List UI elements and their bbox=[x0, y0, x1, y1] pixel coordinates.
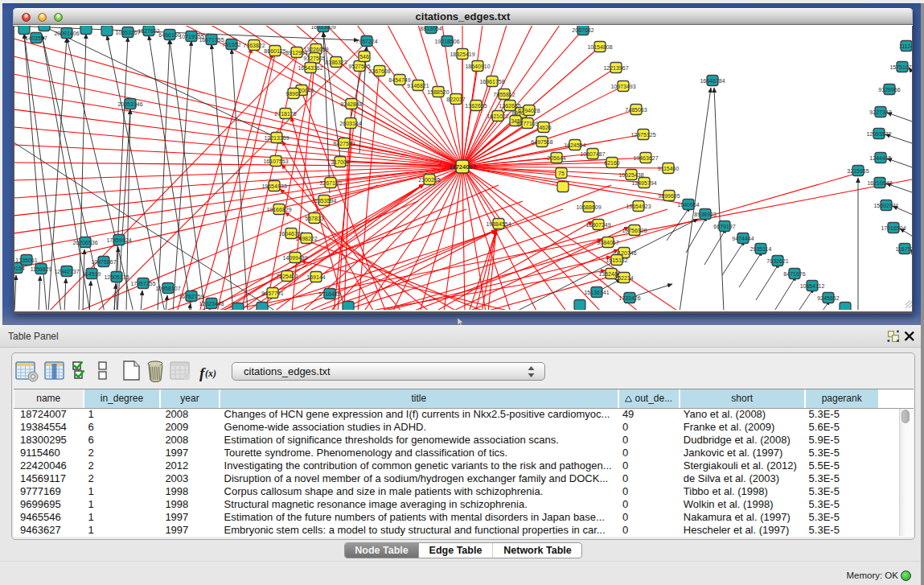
svg-text:16210643: 16210643 bbox=[867, 180, 892, 186]
svg-text:9245652: 9245652 bbox=[817, 295, 839, 301]
svg-text:17016504: 17016504 bbox=[881, 225, 906, 231]
svg-text:1624554: 1624554 bbox=[564, 142, 585, 148]
svg-text:13495794: 13495794 bbox=[631, 180, 656, 186]
svg-text:1733426: 1733426 bbox=[618, 295, 640, 301]
svg-text:10973493: 10973493 bbox=[610, 84, 635, 89]
svg-text:9327505: 9327505 bbox=[303, 56, 325, 61]
svg-text:18724007: 18724007 bbox=[449, 163, 475, 171]
svg-text:75: 75 bbox=[558, 171, 565, 176]
svg-text:10807487: 10807487 bbox=[580, 151, 605, 157]
svg-text:5716485: 5716485 bbox=[318, 291, 340, 297]
svg-text:7957224: 7957224 bbox=[355, 39, 377, 44]
svg-text:18807249: 18807249 bbox=[585, 222, 610, 228]
svg-text:19654923: 19654923 bbox=[626, 204, 651, 209]
svg-text:2718176: 2718176 bbox=[274, 111, 296, 117]
svg-text:9146821: 9146821 bbox=[407, 83, 429, 89]
svg-text:751552: 751552 bbox=[222, 42, 240, 47]
svg-text:6679197: 6679197 bbox=[713, 224, 735, 229]
svg-text:98967: 98967 bbox=[285, 91, 302, 97]
svg-text:20206536: 20206536 bbox=[72, 240, 97, 245]
svg-text:6794028: 6794028 bbox=[518, 108, 540, 113]
svg-text:10688609: 10688609 bbox=[576, 204, 601, 210]
svg-text:7625402: 7625402 bbox=[276, 274, 298, 279]
svg-text:7163822: 7163822 bbox=[243, 43, 265, 48]
svg-text:9899695: 9899695 bbox=[658, 193, 680, 199]
svg-text:16782759: 16782759 bbox=[179, 294, 203, 299]
svg-text:15751074: 15751074 bbox=[889, 64, 912, 70]
svg-text:252214: 252214 bbox=[614, 275, 633, 281]
svg-text:16648784: 16648784 bbox=[700, 78, 725, 84]
svg-text:1640954: 1640954 bbox=[677, 202, 699, 208]
svg-text:17957255: 17957255 bbox=[130, 281, 155, 286]
svg-text:8471676: 8471676 bbox=[783, 271, 805, 277]
svg-text:169144: 169144 bbox=[306, 274, 325, 280]
svg-text:9457791: 9457791 bbox=[261, 290, 283, 296]
svg-text:12975125: 12975125 bbox=[630, 132, 655, 138]
svg-text:7485063: 7485063 bbox=[625, 107, 647, 113]
svg-text:12942737: 12942737 bbox=[54, 269, 79, 274]
svg-text:1335061: 1335061 bbox=[15, 257, 37, 263]
svg-text:12213967: 12213967 bbox=[603, 65, 628, 71]
svg-text:1615132: 1615132 bbox=[606, 257, 627, 263]
svg-text:9474444: 9474444 bbox=[732, 236, 754, 241]
svg-text:15692971: 15692971 bbox=[873, 203, 898, 208]
svg-text:19218506: 19218506 bbox=[434, 39, 459, 44]
svg-text:9242848: 9242848 bbox=[340, 101, 362, 107]
svg-text:7632621: 7632621 bbox=[766, 258, 788, 264]
svg-text:9084067: 9084067 bbox=[597, 240, 618, 245]
svg-text:205644: 205644 bbox=[547, 155, 565, 161]
svg-text:1621022: 1621022 bbox=[487, 113, 508, 119]
svg-text:546: 546 bbox=[359, 54, 369, 60]
svg-text:16543362: 16543362 bbox=[298, 65, 322, 71]
svg-text:1588520: 1588520 bbox=[427, 89, 449, 95]
svg-text:1403557: 1403557 bbox=[25, 35, 47, 41]
svg-text:8427552: 8427552 bbox=[333, 141, 355, 146]
svg-text:1527602: 1527602 bbox=[138, 28, 159, 34]
svg-text:12093872: 12093872 bbox=[866, 131, 891, 137]
svg-text:16033809: 16033809 bbox=[310, 26, 335, 30]
svg-text:19756928: 19756928 bbox=[622, 228, 647, 233]
svg-text:10154808: 10154808 bbox=[587, 44, 612, 50]
svg-text:12023448: 12023448 bbox=[199, 301, 224, 307]
svg-text:19654933: 19654933 bbox=[261, 183, 286, 189]
svg-text:2300295: 2300295 bbox=[418, 177, 440, 183]
svg-text:39154: 39154 bbox=[14, 266, 25, 271]
svg-text:16961758: 16961758 bbox=[479, 79, 504, 84]
svg-text:19384554: 19384554 bbox=[486, 221, 511, 227]
svg-text:9329966: 9329966 bbox=[878, 87, 900, 93]
svg-text:9227342: 9227342 bbox=[869, 109, 891, 115]
svg-text:822037: 822037 bbox=[446, 97, 465, 102]
svg-text:18325419: 18325419 bbox=[450, 51, 474, 57]
svg-text:13226058: 13226058 bbox=[303, 47, 328, 52]
svg-text:18640910: 18640910 bbox=[465, 64, 490, 69]
svg-text:19463627: 19463627 bbox=[633, 155, 658, 161]
svg-text:8454749: 8454749 bbox=[388, 77, 410, 83]
svg-text:(x): (x) bbox=[205, 368, 216, 379]
svg-text:8660125: 8660125 bbox=[264, 48, 285, 54]
svg-text:10958107: 10958107 bbox=[155, 286, 180, 291]
svg-text:15136141: 15136141 bbox=[584, 290, 609, 295]
svg-text:12505135: 12505135 bbox=[104, 274, 129, 280]
svg-text:9115460: 9115460 bbox=[658, 166, 680, 171]
svg-text:14099489: 14099489 bbox=[282, 255, 307, 261]
svg-text:6497568: 6497568 bbox=[531, 139, 552, 145]
svg-text:2367608: 2367608 bbox=[368, 68, 390, 74]
svg-text:10025438: 10025438 bbox=[618, 172, 643, 178]
svg-text:2087682: 2087682 bbox=[572, 27, 593, 33]
svg-text:16107553: 16107553 bbox=[263, 159, 288, 164]
svg-text:12213369: 12213369 bbox=[264, 135, 289, 141]
svg-text:3215955: 3215955 bbox=[847, 168, 869, 174]
svg-text:11353594: 11353594 bbox=[312, 198, 337, 204]
svg-text:1498222: 1498222 bbox=[295, 236, 317, 241]
svg-text:7955812: 7955812 bbox=[493, 92, 515, 97]
svg-text:557833: 557833 bbox=[305, 216, 323, 221]
svg-text:20053346: 20053346 bbox=[117, 101, 142, 107]
svg-text:8938923: 8938923 bbox=[694, 212, 716, 217]
svg-text:62160: 62160 bbox=[604, 160, 620, 166]
svg-text:114519: 114519 bbox=[83, 271, 101, 277]
svg-text:8186323: 8186323 bbox=[325, 60, 347, 65]
svg-text:8813054: 8813054 bbox=[420, 26, 441, 31]
svg-text:3267130: 3267130 bbox=[319, 180, 341, 186]
svg-text:17359924: 17359924 bbox=[106, 237, 131, 243]
svg-text:20091406: 20091406 bbox=[54, 31, 79, 36]
